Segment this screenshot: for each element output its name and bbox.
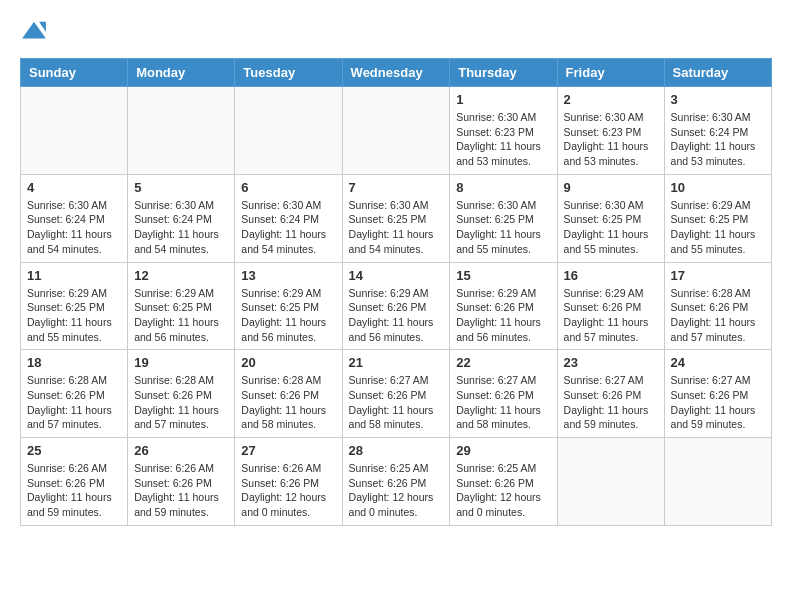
day-info: Sunrise: 6:28 AMSunset: 6:26 PMDaylight:… bbox=[241, 373, 335, 432]
day-number: 19 bbox=[134, 355, 228, 370]
calendar-cell: 13Sunrise: 6:29 AMSunset: 6:25 PMDayligh… bbox=[235, 262, 342, 350]
day-info-line: Daylight: 11 hours and 57 minutes. bbox=[564, 316, 649, 343]
day-info-line: Sunrise: 6:26 AM bbox=[27, 462, 107, 474]
calendar-cell: 5Sunrise: 6:30 AMSunset: 6:24 PMDaylight… bbox=[128, 174, 235, 262]
calendar-cell: 23Sunrise: 6:27 AMSunset: 6:26 PMDayligh… bbox=[557, 350, 664, 438]
day-number: 9 bbox=[564, 180, 658, 195]
calendar-cell: 28Sunrise: 6:25 AMSunset: 6:26 PMDayligh… bbox=[342, 438, 450, 526]
day-info-line: Daylight: 11 hours and 58 minutes. bbox=[241, 404, 326, 431]
calendar-cell: 11Sunrise: 6:29 AMSunset: 6:25 PMDayligh… bbox=[21, 262, 128, 350]
day-info: Sunrise: 6:30 AMSunset: 6:23 PMDaylight:… bbox=[564, 110, 658, 169]
day-number: 2 bbox=[564, 92, 658, 107]
calendar-cell: 18Sunrise: 6:28 AMSunset: 6:26 PMDayligh… bbox=[21, 350, 128, 438]
day-number: 27 bbox=[241, 443, 335, 458]
day-info: Sunrise: 6:27 AMSunset: 6:26 PMDaylight:… bbox=[349, 373, 444, 432]
day-info-line: Daylight: 11 hours and 53 minutes. bbox=[564, 140, 649, 167]
day-info-line: Sunrise: 6:27 AM bbox=[349, 374, 429, 386]
day-number: 12 bbox=[134, 268, 228, 283]
day-number: 17 bbox=[671, 268, 765, 283]
calendar-cell: 8Sunrise: 6:30 AMSunset: 6:25 PMDaylight… bbox=[450, 174, 557, 262]
day-info-line: Sunset: 6:24 PM bbox=[671, 126, 749, 138]
day-info-line: Sunrise: 6:30 AM bbox=[349, 199, 429, 211]
day-info-line: Daylight: 11 hours and 59 minutes. bbox=[564, 404, 649, 431]
day-info-line: Sunrise: 6:28 AM bbox=[241, 374, 321, 386]
day-info-line: Sunset: 6:26 PM bbox=[456, 389, 534, 401]
day-number: 28 bbox=[349, 443, 444, 458]
day-info-line: Sunrise: 6:26 AM bbox=[241, 462, 321, 474]
day-number: 22 bbox=[456, 355, 550, 370]
calendar-cell: 17Sunrise: 6:28 AMSunset: 6:26 PMDayligh… bbox=[664, 262, 771, 350]
day-info: Sunrise: 6:27 AMSunset: 6:26 PMDaylight:… bbox=[564, 373, 658, 432]
calendar-cell: 6Sunrise: 6:30 AMSunset: 6:24 PMDaylight… bbox=[235, 174, 342, 262]
day-info-line: Daylight: 11 hours and 55 minutes. bbox=[27, 316, 112, 343]
day-info-line: Sunset: 6:23 PM bbox=[456, 126, 534, 138]
day-info-line: Daylight: 11 hours and 57 minutes. bbox=[27, 404, 112, 431]
day-number: 6 bbox=[241, 180, 335, 195]
calendar-cell: 22Sunrise: 6:27 AMSunset: 6:26 PMDayligh… bbox=[450, 350, 557, 438]
day-info-line: Sunrise: 6:30 AM bbox=[456, 199, 536, 211]
day-info-line: Sunset: 6:26 PM bbox=[456, 477, 534, 489]
calendar-cell: 21Sunrise: 6:27 AMSunset: 6:26 PMDayligh… bbox=[342, 350, 450, 438]
day-info-line: Daylight: 11 hours and 55 minutes. bbox=[671, 228, 756, 255]
calendar-cell bbox=[21, 87, 128, 175]
calendar-cell: 15Sunrise: 6:29 AMSunset: 6:26 PMDayligh… bbox=[450, 262, 557, 350]
day-info-line: Daylight: 11 hours and 54 minutes. bbox=[134, 228, 219, 255]
day-info: Sunrise: 6:25 AMSunset: 6:26 PMDaylight:… bbox=[456, 461, 550, 520]
day-info-line: Sunset: 6:26 PM bbox=[134, 389, 212, 401]
day-info-line: Daylight: 11 hours and 56 minutes. bbox=[134, 316, 219, 343]
day-info-line: Sunset: 6:26 PM bbox=[456, 301, 534, 313]
day-info: Sunrise: 6:26 AMSunset: 6:26 PMDaylight:… bbox=[241, 461, 335, 520]
day-info: Sunrise: 6:30 AMSunset: 6:25 PMDaylight:… bbox=[564, 198, 658, 257]
calendar-cell: 19Sunrise: 6:28 AMSunset: 6:26 PMDayligh… bbox=[128, 350, 235, 438]
header-sunday: Sunday bbox=[21, 59, 128, 87]
day-info: Sunrise: 6:30 AMSunset: 6:23 PMDaylight:… bbox=[456, 110, 550, 169]
day-info-line: Sunrise: 6:25 AM bbox=[349, 462, 429, 474]
day-number: 8 bbox=[456, 180, 550, 195]
day-number: 24 bbox=[671, 355, 765, 370]
day-number: 7 bbox=[349, 180, 444, 195]
day-number: 4 bbox=[27, 180, 121, 195]
calendar-cell bbox=[128, 87, 235, 175]
day-info: Sunrise: 6:29 AMSunset: 6:26 PMDaylight:… bbox=[349, 286, 444, 345]
day-info-line: Sunset: 6:25 PM bbox=[349, 213, 427, 225]
day-info-line: Sunset: 6:23 PM bbox=[564, 126, 642, 138]
day-info-line: Daylight: 11 hours and 59 minutes. bbox=[134, 491, 219, 518]
header-friday: Friday bbox=[557, 59, 664, 87]
day-info: Sunrise: 6:26 AMSunset: 6:26 PMDaylight:… bbox=[134, 461, 228, 520]
day-info-line: Daylight: 11 hours and 56 minutes. bbox=[241, 316, 326, 343]
calendar-cell bbox=[557, 438, 664, 526]
day-info: Sunrise: 6:25 AMSunset: 6:26 PMDaylight:… bbox=[349, 461, 444, 520]
day-info-line: Sunrise: 6:28 AM bbox=[134, 374, 214, 386]
day-info-line: Sunrise: 6:28 AM bbox=[27, 374, 107, 386]
day-info: Sunrise: 6:29 AMSunset: 6:25 PMDaylight:… bbox=[27, 286, 121, 345]
calendar-cell: 2Sunrise: 6:30 AMSunset: 6:23 PMDaylight… bbox=[557, 87, 664, 175]
day-number: 16 bbox=[564, 268, 658, 283]
day-info-line: Sunset: 6:26 PM bbox=[349, 477, 427, 489]
day-number: 23 bbox=[564, 355, 658, 370]
day-info-line: Sunrise: 6:29 AM bbox=[671, 199, 751, 211]
day-number: 26 bbox=[134, 443, 228, 458]
day-info: Sunrise: 6:26 AMSunset: 6:26 PMDaylight:… bbox=[27, 461, 121, 520]
calendar-cell: 4Sunrise: 6:30 AMSunset: 6:24 PMDaylight… bbox=[21, 174, 128, 262]
day-info-line: Sunrise: 6:27 AM bbox=[671, 374, 751, 386]
header-monday: Monday bbox=[128, 59, 235, 87]
day-number: 5 bbox=[134, 180, 228, 195]
day-info: Sunrise: 6:28 AMSunset: 6:26 PMDaylight:… bbox=[671, 286, 765, 345]
calendar-cell bbox=[342, 87, 450, 175]
day-info: Sunrise: 6:29 AMSunset: 6:25 PMDaylight:… bbox=[134, 286, 228, 345]
calendar-week-3: 11Sunrise: 6:29 AMSunset: 6:25 PMDayligh… bbox=[21, 262, 772, 350]
day-info: Sunrise: 6:29 AMSunset: 6:25 PMDaylight:… bbox=[241, 286, 335, 345]
day-info-line: Sunrise: 6:27 AM bbox=[564, 374, 644, 386]
day-info-line: Sunset: 6:24 PM bbox=[241, 213, 319, 225]
day-info-line: Sunrise: 6:29 AM bbox=[349, 287, 429, 299]
day-info-line: Sunrise: 6:30 AM bbox=[564, 111, 644, 123]
calendar-week-4: 18Sunrise: 6:28 AMSunset: 6:26 PMDayligh… bbox=[21, 350, 772, 438]
day-info-line: Daylight: 11 hours and 55 minutes. bbox=[564, 228, 649, 255]
calendar-cell bbox=[664, 438, 771, 526]
day-info: Sunrise: 6:29 AMSunset: 6:25 PMDaylight:… bbox=[671, 198, 765, 257]
day-info: Sunrise: 6:28 AMSunset: 6:26 PMDaylight:… bbox=[134, 373, 228, 432]
day-info-line: Sunrise: 6:30 AM bbox=[564, 199, 644, 211]
header-tuesday: Tuesday bbox=[235, 59, 342, 87]
calendar-cell: 16Sunrise: 6:29 AMSunset: 6:26 PMDayligh… bbox=[557, 262, 664, 350]
day-info-line: Sunrise: 6:30 AM bbox=[134, 199, 214, 211]
